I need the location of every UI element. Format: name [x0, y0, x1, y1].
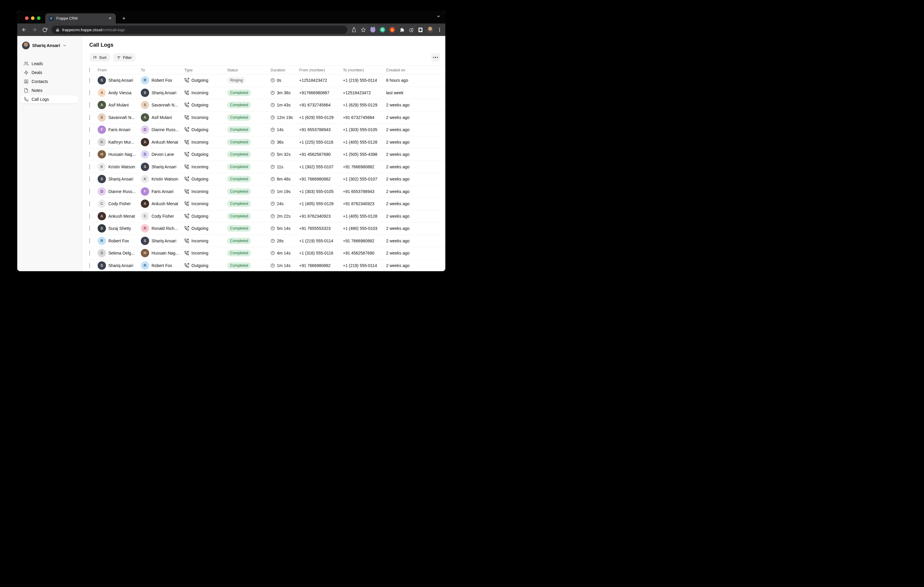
call-type-label: Outgoing: [191, 127, 208, 132]
row-checkbox[interactable]: [89, 238, 90, 243]
row-checkbox[interactable]: [89, 263, 90, 268]
column-header-status[interactable]: Status: [227, 68, 271, 72]
row-checkbox[interactable]: [89, 201, 90, 206]
close-window-button[interactable]: [25, 16, 28, 20]
table-row[interactable]: K Kristin Watson S Shariq Ansari Incomin…: [89, 161, 446, 173]
reload-button[interactable]: [42, 27, 47, 33]
github-extension-icon[interactable]: [370, 27, 375, 33]
column-header-to-number[interactable]: To (number): [343, 68, 386, 72]
table-row[interactable]: D Dianne Russ... F Faris Ansari Incoming…: [89, 186, 446, 198]
row-checkbox[interactable]: [89, 115, 90, 120]
select-all-checkbox[interactable]: [89, 67, 90, 72]
row-checkbox[interactable]: [89, 226, 90, 231]
avatar: A: [141, 113, 149, 122]
outgoing-call-icon: [184, 177, 189, 181]
duration-value: 24s: [277, 201, 284, 206]
row-checkbox[interactable]: [89, 214, 90, 219]
table-row[interactable]: R Robert Fox S Shariq Ansari Incoming Co…: [89, 235, 446, 247]
back-button[interactable]: [21, 27, 27, 33]
from-name: Hussain Nag...: [108, 152, 136, 157]
browser-tab[interactable]: Frappe CRM ✕: [45, 13, 116, 23]
row-checkbox[interactable]: [89, 189, 90, 194]
row-checkbox-cell: [89, 103, 97, 107]
url-bar[interactable]: frappecrm.frappe.cloud/crm/call-logs: [51, 26, 347, 34]
duration-value: 5m 32s: [277, 152, 290, 157]
sidebar: Shariq Ansari Leads Deals: [17, 36, 82, 271]
row-checkbox[interactable]: [89, 164, 90, 169]
sort-button[interactable]: Sort: [89, 53, 110, 62]
table-row[interactable]: C Cody Fisher A Ankush Menat Incoming Co…: [89, 198, 446, 210]
status-badge: Completed: [227, 176, 251, 182]
sidebar-item-notes[interactable]: Notes: [21, 86, 78, 95]
duration-value: 28s: [277, 238, 284, 243]
row-checkbox[interactable]: [89, 176, 90, 182]
row-checkbox[interactable]: [89, 250, 90, 256]
from-cell: K Kathryn Mur...: [97, 138, 141, 146]
tab-close-icon[interactable]: ✕: [107, 16, 113, 21]
table-row[interactable]: K Kathryn Mur... A Ankush Menat Incoming…: [89, 136, 446, 149]
tab-search-chevron-icon[interactable]: [436, 14, 441, 18]
incoming-call-icon: [184, 164, 189, 169]
avatar: H: [97, 150, 106, 158]
sort-label: Sort: [99, 55, 107, 60]
user-menu[interactable]: Shariq Ansari: [21, 41, 78, 50]
table-row[interactable]: S Suraj Shetty R Ronald Rich... Outgoing…: [89, 222, 446, 235]
table-row[interactable]: F Faris Ansari D Dianne Russ... Outgoing…: [89, 124, 446, 136]
table-row[interactable]: S Savannah N... A Asif Mulani Incoming C…: [89, 112, 446, 124]
from-name: Shariq Ansari: [108, 263, 133, 268]
table-row[interactable]: A Ankush Menat C Cody Fisher Outgoing Co…: [89, 210, 446, 223]
fullscreen-window-button[interactable]: [37, 16, 41, 20]
row-checkbox[interactable]: [89, 77, 90, 83]
from-number: +917666980887: [299, 90, 343, 95]
table-row[interactable]: S Shariq Ansari R Robert Fox Outgoing Co…: [89, 260, 446, 271]
row-checkbox[interactable]: [89, 102, 90, 108]
to-number: +91 8762340923: [343, 201, 386, 206]
sidebar-item-deals[interactable]: Deals: [21, 68, 78, 77]
share-icon[interactable]: [351, 27, 356, 33]
from-cell: C Cody Fisher: [97, 199, 141, 208]
sidebar-item-label: Notes: [31, 88, 43, 93]
avatar: D: [141, 125, 149, 134]
energy-saver-leaf-icon[interactable]: [409, 27, 414, 33]
forward-button[interactable]: [32, 27, 37, 33]
from-number: +91 8762340923: [299, 214, 343, 219]
sidebar-item-contacts[interactable]: Contacts: [21, 77, 78, 86]
new-tab-button[interactable]: +: [120, 15, 127, 22]
column-header-type[interactable]: Type: [184, 68, 227, 72]
duration-cell: 14s: [271, 127, 299, 132]
browser-profile-avatar[interactable]: [427, 26, 434, 33]
sidebar-item-leads[interactable]: Leads: [21, 59, 78, 68]
duration-value: 14s: [277, 127, 284, 132]
table-row[interactable]: S Shariq Ansari R Robert Fox Outgoing Ri…: [89, 74, 446, 87]
table-row[interactable]: A Asif Mulani S Savannah N... Outgoing C…: [89, 99, 446, 112]
row-checkbox[interactable]: [89, 127, 90, 132]
bookmark-star-icon[interactable]: [361, 27, 366, 33]
sidebar-item-call-logs[interactable]: Call Logs: [21, 95, 78, 104]
filter-button[interactable]: Filter: [113, 53, 135, 62]
table-row[interactable]: S Shariq Ansari K Kristin Watson Outgoin…: [89, 173, 446, 186]
sidebar-item-label: Call Logs: [31, 97, 49, 102]
column-header-to[interactable]: To: [141, 68, 184, 72]
grammarly-extension-icon[interactable]: G: [380, 27, 385, 33]
row-checkbox[interactable]: [89, 90, 90, 95]
adblock-extension-icon[interactable]: ✋: [389, 27, 395, 33]
column-header-from[interactable]: From: [97, 68, 141, 72]
table-row[interactable]: A Andy Viessa S Shariq Ansari Incoming C…: [89, 87, 446, 99]
table-row[interactable]: S Selena Delg... H Hussain Nag... Incomi…: [89, 247, 446, 260]
row-checkbox[interactable]: [89, 152, 90, 157]
more-options-button[interactable]: [431, 53, 440, 62]
browser-menu-icon[interactable]: [438, 27, 441, 33]
minimize-window-button[interactable]: [31, 16, 35, 20]
table-row[interactable]: H Hussain Nag... D Devon Lane Outgoing C…: [89, 148, 446, 161]
row-checkbox[interactable]: [89, 140, 90, 145]
column-header-from-number[interactable]: From (number): [299, 68, 343, 72]
from-name: Robert Fox: [108, 238, 129, 243]
avatar: R: [141, 224, 149, 233]
sidebar-extension-icon[interactable]: [419, 28, 422, 32]
outgoing-call-icon: [184, 226, 189, 231]
to-name: Kristin Watson: [152, 177, 178, 181]
column-header-created-on[interactable]: Created on: [386, 68, 446, 72]
column-header-duration[interactable]: Duration: [271, 68, 299, 72]
extensions-puzzle-icon[interactable]: [399, 27, 404, 33]
created-on: 2 weeks ago: [386, 115, 446, 120]
